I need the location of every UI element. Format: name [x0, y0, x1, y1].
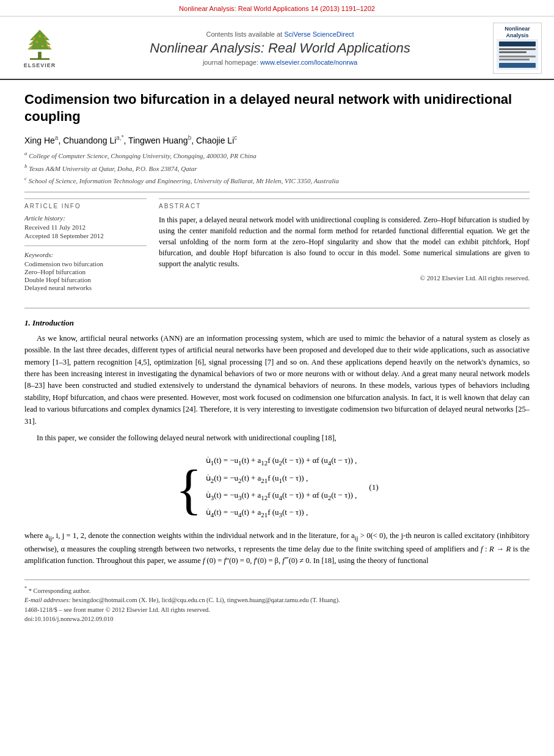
section1-heading: 1. Introduction: [24, 318, 530, 328]
main-content: Codimension two bifurcation in a delayed…: [0, 80, 554, 635]
journal-title: Nonlinear Analysis: Real World Applicati…: [75, 40, 486, 56]
corresponding-author-note: * * Corresponding author.: [24, 585, 530, 595]
svg-point-7: [31, 43, 34, 45]
info-abstract-section: Article Info Article history: Received 1…: [24, 198, 530, 302]
keywords-label: Keywords:: [24, 251, 147, 258]
abstract-label: Abstract: [159, 203, 530, 209]
article-info-col: Article Info Article history: Received 1…: [24, 198, 147, 302]
elsevier-logo: ELSEVIER: [12, 27, 67, 68]
affiliations: a College of Computer Science, Chongqing…: [24, 150, 530, 185]
sciverse-link[interactable]: SciVerse ScienceDirect: [284, 31, 354, 38]
doi-line: doi:10.1016/j.nonrwa.2012.09.010: [24, 616, 530, 622]
eq-line-4: u̇4(t) = −u4(t) + a21f (u3(t − τ)) ,: [206, 504, 357, 522]
affil-c: c School of Science, Information Technol…: [24, 175, 530, 186]
left-brace-icon: {: [176, 469, 202, 511]
elsevier-tree-icon: [18, 27, 61, 61]
svg-point-5: [33, 37, 35, 40]
authors-line: Xing Hea, Chuandong Lia,*, Tingwen Huang…: [24, 134, 530, 145]
email-label: E-mail addresses:: [24, 597, 71, 603]
homepage-label: journal homepage:: [203, 59, 258, 66]
article-info-label: Article Info: [24, 203, 147, 209]
elsevier-wordmark: ELSEVIER: [24, 62, 56, 68]
section1-para1: As we know, artificial neural networks (…: [24, 333, 530, 427]
svg-rect-19: [499, 59, 530, 60]
svg-rect-18: [499, 56, 536, 57]
svg-rect-1: [30, 59, 49, 60]
svg-rect-16: [499, 48, 536, 50]
received-date: Received 11 July 2012: [24, 224, 147, 231]
eq-line-2: u̇2(t) = −u2(t) + a21f (u1(t − τ)) ,: [206, 470, 357, 487]
svg-rect-17: [499, 51, 527, 53]
svg-rect-15: [499, 42, 536, 46]
contents-label: Contents lists available at: [206, 31, 282, 38]
contents-available-line: Contents lists available at SciVerse Sci…: [75, 31, 486, 38]
divider-1: [24, 192, 530, 192]
email-footnote: E-mail addresses: hexingdoc@hotmail.com …: [24, 595, 530, 605]
equation-system-lines: u̇1(t) = −u1(t) + a12f (u2(t − τ)) + αf …: [206, 453, 357, 522]
affil-a: a College of Computer Science, Chongqing…: [24, 150, 530, 161]
abstract-col: Abstract In this paper, a delayed neural…: [159, 198, 530, 302]
journal-center: Contents lists available at SciVerse Sci…: [75, 31, 486, 66]
section1-para2: In this paper, we consider the following…: [24, 432, 530, 444]
journal-reference-bar: Nonlinear Analysis: Real World Applicati…: [0, 0, 554, 16]
svg-point-11: [38, 35, 41, 38]
thumb-graphic: [497, 39, 538, 70]
divider-2: [24, 308, 530, 308]
keyword-1: Codimension two bifurcation: [24, 260, 147, 267]
keyword-4: Delayed neural networks: [24, 284, 147, 291]
accepted-date: Accepted 18 September 2012: [24, 232, 147, 239]
section1-para3: where aij, i, j = 1, 2, denote the conne…: [24, 530, 530, 567]
svg-rect-20: [499, 63, 536, 68]
affil-b: b Texas A&M University at Qatar, Doha, P…: [24, 162, 530, 173]
eq-line-1: u̇1(t) = −u1(t) + a12f (u2(t − τ)) + αf …: [206, 453, 357, 470]
equation-1-block: { u̇1(t) = −u1(t) + a12f (u2(t − τ)) + α…: [24, 453, 530, 522]
svg-point-13: [42, 45, 44, 48]
equation-number-1: (1): [369, 482, 378, 492]
thumb-title: NonlinearAnalysis: [496, 26, 539, 39]
svg-point-9: [29, 47, 32, 49]
svg-point-12: [35, 41, 38, 43]
keyword-2: Zero–Hopf bifurcation: [24, 268, 147, 275]
issn-line: 1468-1218/$ – see front matter © 2012 El…: [24, 605, 530, 615]
email-addresses: hexingdoc@hotmail.com (X. He), licd@cqu.…: [72, 597, 340, 603]
history-group: Article history: Received 11 July 2012 A…: [24, 214, 147, 246]
journal-thumbnail: NonlinearAnalysis: [493, 23, 542, 74]
journal-ref-link[interactable]: Nonlinear Analysis: Real World Applicati…: [179, 5, 375, 12]
copyright-text: © 2012 Elsevier Ltd. All rights reserved…: [159, 274, 530, 282]
svg-point-8: [46, 42, 48, 45]
footnote-section: * * Corresponding author. E-mail address…: [24, 580, 530, 623]
keywords-group: Keywords: Codimension two bifurcation Ze…: [24, 251, 147, 297]
doi-text: doi:10.1016/j.nonrwa.2012.09.010: [24, 616, 114, 622]
svg-rect-0: [38, 52, 42, 59]
eq-line-3: u̇3(t) = −u3(t) + a12f (u4(t − τ)) + αf …: [206, 487, 357, 504]
abstract-text: In this paper, a delayed neural network …: [159, 214, 530, 269]
journal-header: ELSEVIER Contents lists available at Sci…: [0, 16, 554, 80]
paper-title: Codimension two bifurcation in a delayed…: [24, 91, 530, 126]
svg-point-6: [45, 37, 47, 39]
equation-system-container: { u̇1(t) = −u1(t) + a12f (u2(t − τ)) + α…: [176, 453, 357, 522]
svg-point-10: [48, 46, 50, 49]
journal-homepage-line: journal homepage: www.elsevier.com/locat…: [75, 59, 486, 66]
keyword-3: Double Hopf bifurcation: [24, 276, 147, 283]
homepage-link[interactable]: www.elsevier.com/locate/nonrwa: [260, 59, 357, 66]
history-label: Article history:: [24, 214, 147, 222]
